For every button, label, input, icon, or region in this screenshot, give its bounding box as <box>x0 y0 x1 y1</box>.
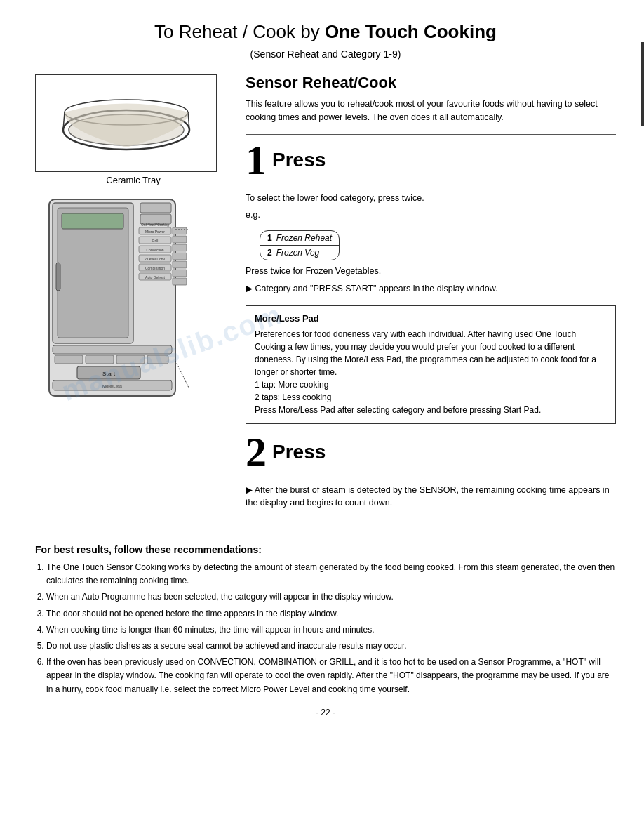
svg-text:Convection: Convection <box>146 248 163 252</box>
category-boxes: 1 Frozen Reheat 2 Frozen Veg <box>260 230 340 260</box>
title-normal: To Reheat / Cook by <box>154 21 325 42</box>
svg-text:Grill: Grill <box>152 239 159 243</box>
svg-rect-10 <box>140 203 171 213</box>
svg-rect-36 <box>116 355 145 364</box>
svg-rect-27 <box>173 236 187 243</box>
rec-title: For best results, follow these recommend… <box>35 544 616 555</box>
rec-item-4: When cooking time is longer than 60 minu… <box>46 623 616 637</box>
subtitle: (Sensor Reheat and Category 1-9) <box>35 48 616 60</box>
rec-list: The One Touch Sensor Cooking works by de… <box>35 561 616 696</box>
step1-text2: e.g. <box>246 208 616 222</box>
svg-text:Combination: Combination <box>145 266 165 270</box>
category-box-2: 2 Frozen Veg <box>260 246 339 260</box>
svg-point-5 <box>69 114 184 145</box>
step1-content: To select the lower food category, press… <box>246 192 616 296</box>
divider-1 <box>246 134 616 135</box>
cat1-num: 1 <box>267 233 272 243</box>
svg-rect-32 <box>173 278 187 285</box>
svg-rect-30 <box>173 261 187 268</box>
page-title: To Reheat / Cook by One Touch Cooking <box>35 21 616 43</box>
bottom-section: For best results, follow these recommend… <box>35 534 616 696</box>
svg-rect-34 <box>55 355 83 364</box>
step1-text3: Press twice for Frozen Vegetables. <box>246 265 616 278</box>
step1-text1: To select the lower food category, press… <box>246 192 616 205</box>
svg-rect-26 <box>173 227 187 234</box>
step2-number: 2 <box>246 431 267 473</box>
binding-mark <box>641 42 644 126</box>
ceramic-tray-box <box>35 74 217 172</box>
svg-rect-9 <box>62 213 123 229</box>
svg-rect-37 <box>147 355 168 364</box>
svg-line-44 <box>175 361 189 389</box>
top-section: Ceramic Tray Micro Power <box>35 74 616 519</box>
oven-svg: Micro Power Grill Convection 2 Level Con… <box>35 192 189 417</box>
step1-row: 1 Press <box>246 139 616 181</box>
step1-number: 1 <box>246 139 267 181</box>
step2-label: Press <box>272 441 326 463</box>
left-column: Ceramic Tray Micro Power <box>35 74 232 519</box>
more-less-title: More/Less Pad <box>255 313 607 324</box>
svg-rect-29 <box>173 253 187 260</box>
step2-text1: ▶ After the burst of steam is detected b… <box>246 484 616 510</box>
step2-row: 2 Press <box>246 431 616 473</box>
svg-rect-42 <box>56 263 60 291</box>
more-less-text: Preferences for food doneness vary with … <box>255 328 607 416</box>
sensor-description: This feature allows you to reheat/cook m… <box>246 98 616 124</box>
rec-item-2: When an Auto Programme has been selected… <box>46 590 616 604</box>
category-box-1: 1 Frozen Reheat <box>260 231 339 246</box>
svg-text:Start: Start <box>102 371 116 377</box>
svg-rect-31 <box>173 270 187 277</box>
cat2-num: 2 <box>267 248 272 258</box>
svg-text:Micro Power: Micro Power <box>145 230 165 234</box>
page-number: - 22 - <box>35 708 616 717</box>
cat1-label: Frozen Reheat <box>276 233 332 243</box>
svg-text:Sensor Reheat: Sensor Reheat <box>146 223 166 226</box>
step2-content: ▶ After the burst of steam is detected b… <box>246 484 616 510</box>
rec-item-3: The door should not be opened before the… <box>46 607 616 621</box>
tray-svg <box>56 91 196 154</box>
step1-label: Press <box>272 149 326 171</box>
more-less-box: More/Less Pad Preferences for food donen… <box>246 305 616 424</box>
svg-text:Auto Defrost: Auto Defrost <box>145 275 165 279</box>
divider-2 <box>246 187 616 187</box>
divider-3 <box>246 479 616 479</box>
rec-item-1: The One Touch Sensor Cooking works by de… <box>46 561 616 588</box>
tray-label: Ceramic Tray <box>35 175 232 185</box>
svg-rect-33 <box>53 345 172 354</box>
sensor-section-title: Sensor Reheat/Cook <box>246 74 616 92</box>
svg-rect-35 <box>86 355 114 364</box>
svg-text:More/Less: More/Less <box>102 384 122 388</box>
step1-text4: ▶ Category and "PRESS START" appears in … <box>246 282 616 296</box>
svg-text:2 Level Conv.: 2 Level Conv. <box>145 257 166 261</box>
rec-item-5: Do not use plastic dishes as a secure se… <box>46 640 616 653</box>
page-container: manualslib.com To Reheat / Cook by One T… <box>0 0 644 834</box>
title-bold: One Touch Cooking <box>325 21 497 42</box>
svg-rect-28 <box>173 244 187 251</box>
cat2-label: Frozen Veg <box>276 248 320 258</box>
rec-item-6: If the oven has been previously used on … <box>46 656 616 696</box>
right-column: Sensor Reheat/Cook This feature allows y… <box>246 74 616 519</box>
